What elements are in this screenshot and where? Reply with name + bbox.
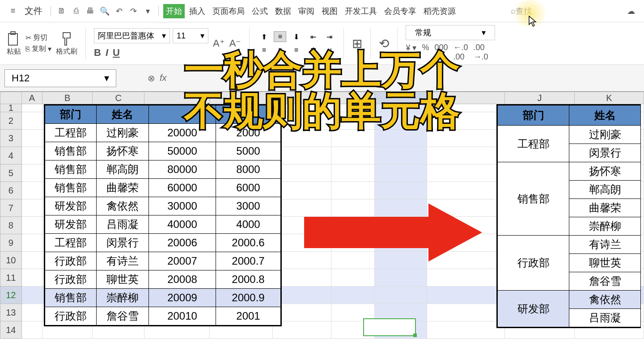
active-cell[interactable] xyxy=(363,318,416,336)
dropdown-icon[interactable]: ▾ xyxy=(141,5,154,17)
col-header-g[interactable] xyxy=(331,92,375,104)
tab-start[interactable]: 开始 xyxy=(163,4,185,18)
row-header[interactable]: 3 xyxy=(0,130,22,147)
wrap-text-button[interactable]: ⟲ xyxy=(379,36,389,51)
cell[interactable] xyxy=(22,269,43,287)
cell[interactable] xyxy=(427,199,505,217)
cell[interactable] xyxy=(22,321,43,339)
cell[interactable] xyxy=(427,269,505,287)
print-icon[interactable]: 🖶 xyxy=(84,5,97,17)
cell[interactable] xyxy=(22,287,43,304)
merge-cells-button[interactable]: ⊞ xyxy=(352,36,362,51)
cell[interactable] xyxy=(331,269,375,287)
align-top-icon[interactable]: ⬆ xyxy=(258,31,270,42)
col-header-e[interactable] xyxy=(210,92,273,104)
cell[interactable] xyxy=(331,165,375,182)
cell[interactable] xyxy=(427,165,505,182)
cell[interactable] xyxy=(331,199,375,217)
cell[interactable] xyxy=(22,147,43,165)
cell[interactable] xyxy=(427,104,505,112)
decrease-indent-icon[interactable]: ⇤ xyxy=(307,31,319,42)
col-header-h[interactable] xyxy=(375,92,427,104)
cell[interactable] xyxy=(375,287,427,304)
cell[interactable] xyxy=(375,234,427,252)
tab-formula[interactable]: 公式 xyxy=(249,4,271,18)
fx-icon[interactable]: fx xyxy=(160,73,167,83)
cell[interactable] xyxy=(22,182,43,199)
save-icon[interactable]: 🗎 xyxy=(55,5,68,17)
tab-view[interactable]: 视图 xyxy=(319,4,340,18)
decrease-decimal-icon[interactable]: .00→.0 xyxy=(473,43,488,62)
cell[interactable] xyxy=(427,112,505,130)
align-bottom-icon[interactable]: ⬇ xyxy=(290,31,302,42)
cell[interactable] xyxy=(22,217,43,234)
row-header[interactable]: 6 xyxy=(0,182,22,199)
format-painter-button[interactable]: 格式刷 xyxy=(56,31,77,56)
cut-button[interactable]: ✂ 剪切 xyxy=(25,33,51,42)
cell[interactable] xyxy=(331,130,375,147)
row-header[interactable]: 8 xyxy=(0,217,22,234)
tab-docer[interactable]: 稻壳资源 xyxy=(421,4,458,18)
row-header[interactable]: 9 xyxy=(0,234,22,252)
cancel-icon[interactable]: ⊗ xyxy=(148,73,155,84)
tab-data[interactable]: 数据 xyxy=(272,4,294,18)
cell[interactable] xyxy=(375,217,427,234)
tab-layout[interactable]: 页面布局 xyxy=(210,4,247,18)
redo-icon[interactable]: ↷ xyxy=(127,5,140,17)
col-header-f[interactable] xyxy=(273,92,331,104)
tab-member[interactable]: 会员专享 xyxy=(381,4,419,18)
cell[interactable] xyxy=(22,130,43,147)
row-header[interactable]: 2 xyxy=(0,112,22,130)
cell[interactable] xyxy=(375,252,427,269)
align-center-icon[interactable]: ≡ xyxy=(274,45,286,55)
col-header-b[interactable]: B xyxy=(42,92,93,104)
align-middle-icon[interactable]: ≡ xyxy=(274,31,286,42)
row-header[interactable]: 12 xyxy=(0,287,22,304)
file-menu[interactable]: 文件 xyxy=(25,5,42,17)
cell[interactable] xyxy=(22,199,43,217)
cell[interactable] xyxy=(331,112,375,130)
cell[interactable] xyxy=(22,165,43,182)
cloud-icon[interactable]: ☁ xyxy=(625,5,637,17)
row-header[interactable]: 13 xyxy=(0,304,22,321)
cell[interactable] xyxy=(331,287,375,304)
increase-font-icon[interactable]: A⁺ xyxy=(213,38,225,49)
merge-icon[interactable]: ⊞ xyxy=(307,45,319,55)
cell[interactable] xyxy=(331,147,375,165)
align-left-icon[interactable]: ≡ xyxy=(258,45,270,55)
col-header-j[interactable]: J xyxy=(505,92,574,104)
paste-button[interactable]: 粘贴 xyxy=(7,31,21,56)
row-header[interactable]: 10 xyxy=(0,252,22,269)
cell[interactable] xyxy=(427,321,505,339)
cell[interactable] xyxy=(22,234,43,252)
cell[interactable] xyxy=(375,104,427,112)
tab-review[interactable]: 审阅 xyxy=(296,4,317,18)
cell[interactable] xyxy=(375,182,427,199)
col-header-i[interactable] xyxy=(427,92,505,104)
row-header[interactable]: 7 xyxy=(0,199,22,217)
decrease-font-icon[interactable]: A⁻ xyxy=(229,38,242,49)
row-header[interactable]: 5 xyxy=(0,165,22,182)
underline-button[interactable]: U xyxy=(113,47,120,59)
name-box[interactable]: H12 ▾ xyxy=(4,69,116,87)
cell[interactable] xyxy=(331,252,375,269)
cell[interactable] xyxy=(22,304,43,321)
cell[interactable] xyxy=(427,217,505,234)
cell[interactable] xyxy=(22,252,43,269)
cell[interactable] xyxy=(427,252,505,269)
row-header[interactable]: 11 xyxy=(0,269,22,287)
col-header-d[interactable] xyxy=(144,92,210,104)
row-header[interactable]: 4 xyxy=(0,147,22,165)
increase-indent-icon[interactable]: ⇥ xyxy=(323,31,335,42)
currency-icon[interactable]: ¥ ▾ xyxy=(406,43,416,62)
search-box[interactable]: ⌕ 查找 xyxy=(511,6,532,17)
wrap-icon[interactable]: ↵ xyxy=(323,45,335,55)
cell[interactable] xyxy=(375,147,427,165)
cell[interactable] xyxy=(375,130,427,147)
hamburger-icon[interactable]: ≡ xyxy=(7,5,19,17)
number-format-select[interactable]: 常规▾ xyxy=(406,25,495,40)
row-header[interactable]: 1 xyxy=(0,104,22,112)
cell[interactable] xyxy=(331,104,375,112)
undo-icon[interactable]: ↶ xyxy=(113,5,125,17)
cell[interactable] xyxy=(331,217,375,234)
